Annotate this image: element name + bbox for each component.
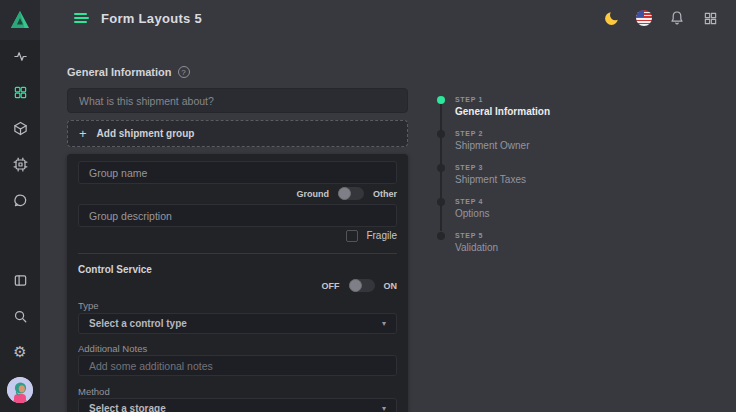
storage-method-select[interactable]: Select a storage ▾ <box>78 398 397 412</box>
plus-icon: + <box>79 126 87 141</box>
step-label: STEP 2 <box>455 129 529 138</box>
toggle-off-label: OFF <box>322 281 340 291</box>
section-header: General Information ? <box>67 66 408 78</box>
sidebar-nav <box>0 41 40 221</box>
step-title: Options <box>455 207 489 220</box>
sidebar-bottom: ⚙ <box>0 265 40 412</box>
main-content: General Information ? + Add shipment gro… <box>40 36 736 412</box>
cube-icon <box>13 121 28 136</box>
toggle-on-label: ON <box>384 281 398 291</box>
onoff-toggle[interactable] <box>349 279 375 292</box>
step-dot <box>437 198 445 206</box>
step-dot <box>437 232 445 240</box>
group-name-input[interactable] <box>78 161 397 184</box>
sidebar-item-search[interactable] <box>0 301 40 331</box>
chevron-down-icon: ▾ <box>382 319 386 328</box>
help-icon[interactable]: ? <box>178 66 190 78</box>
chevron-down-icon: ▾ <box>382 404 386 412</box>
step-dot <box>437 96 445 104</box>
step-label: STEP 4 <box>455 197 489 206</box>
onoff-toggle-row: OFF ON <box>78 279 397 292</box>
apps-menu-button[interactable] <box>700 8 720 28</box>
control-type-select[interactable]: Select a control type ▾ <box>78 313 397 334</box>
ground-other-toggle[interactable] <box>338 187 364 200</box>
step-item-4[interactable]: STEP 4 Options <box>437 197 550 220</box>
add-group-label: Add shipment group <box>97 128 195 139</box>
step-item-3[interactable]: STEP 3 Shipment Taxes <box>437 163 550 186</box>
moon-icon <box>603 10 620 27</box>
layout-icon <box>13 273 28 288</box>
step-title: General Information <box>455 105 550 118</box>
method-label: Method <box>78 386 397 396</box>
select-value: Select a control type <box>89 318 187 329</box>
shipment-about-input[interactable] <box>67 88 408 113</box>
add-shipment-group-button[interactable]: + Add shipment group <box>67 120 408 147</box>
card-divider <box>78 253 397 254</box>
activity-icon <box>13 49 28 64</box>
shipment-group-card: Ground Other Fragile Control Service OFF… <box>67 154 408 412</box>
bell-icon <box>669 10 685 26</box>
additional-notes-input[interactable] <box>78 355 397 376</box>
apps-grid-icon <box>703 11 718 26</box>
toggle-right-label: Other <box>373 189 397 199</box>
step-item-1[interactable]: STEP 1 General Information <box>437 95 550 118</box>
select-value: Select a storage <box>89 403 166 412</box>
avatar-person-icon <box>7 377 33 403</box>
sidebar-item-dashboard[interactable] <box>0 77 40 107</box>
sidebar-item-layout[interactable] <box>0 265 40 295</box>
theme-toggle-button[interactable] <box>601 8 621 28</box>
sidebar-item-packages[interactable] <box>0 113 40 143</box>
toggle-knob <box>338 187 351 200</box>
notes-label: Additional Notes <box>78 343 397 353</box>
app-logo[interactable] <box>0 0 40 40</box>
section-title: General Information <box>67 66 172 78</box>
notifications-button[interactable] <box>667 8 687 28</box>
header-actions <box>601 8 720 28</box>
language-selector[interactable] <box>634 8 654 28</box>
step-item-5[interactable]: STEP 5 Validation <box>437 231 550 254</box>
toggle-left-label: Ground <box>296 189 329 199</box>
stepper: STEP 1 General Information STEP 2 Shipme… <box>437 95 550 265</box>
ground-other-toggle-row: Ground Other <box>78 187 397 200</box>
form-column: General Information ? + Add shipment gro… <box>67 66 408 412</box>
grid-icon <box>13 85 28 100</box>
chat-icon <box>13 193 28 208</box>
fragile-row: Fragile <box>78 229 397 242</box>
chip-icon <box>13 157 28 172</box>
sidebar-item-activity[interactable] <box>0 41 40 71</box>
page-title: Form Layouts 5 <box>101 11 202 26</box>
control-service-label: Control Service <box>78 264 397 276</box>
toggle-knob <box>349 279 362 292</box>
search-icon <box>13 309 28 324</box>
step-label: STEP 5 <box>455 231 498 240</box>
triangle-logo-icon <box>8 8 32 32</box>
step-item-2[interactable]: STEP 2 Shipment Owner <box>437 129 550 152</box>
sidebar-item-messages[interactable] <box>0 185 40 215</box>
fragile-checkbox[interactable] <box>346 230 358 242</box>
type-label: Type <box>78 300 397 310</box>
step-label: STEP 3 <box>455 163 526 172</box>
step-label: STEP 1 <box>455 95 550 104</box>
user-avatar[interactable] <box>7 377 33 403</box>
step-dot <box>437 164 445 172</box>
fragile-label: Fragile <box>366 230 397 241</box>
step-title: Shipment Owner <box>455 139 529 152</box>
group-description-input[interactable] <box>78 204 397 227</box>
sidebar-item-devices[interactable] <box>0 149 40 179</box>
app-window: ⚙ Form Layouts 5 <box>0 0 736 412</box>
top-header: Form Layouts 5 <box>40 0 736 36</box>
us-flag-icon <box>636 10 652 26</box>
step-dot <box>437 130 445 138</box>
sidebar: ⚙ <box>0 0 40 412</box>
step-title: Validation <box>455 241 498 254</box>
step-title: Shipment Taxes <box>455 173 526 186</box>
gear-icon: ⚙ <box>13 345 26 360</box>
sidebar-item-settings[interactable]: ⚙ <box>0 337 40 367</box>
menu-toggle-icon[interactable] <box>72 11 91 25</box>
